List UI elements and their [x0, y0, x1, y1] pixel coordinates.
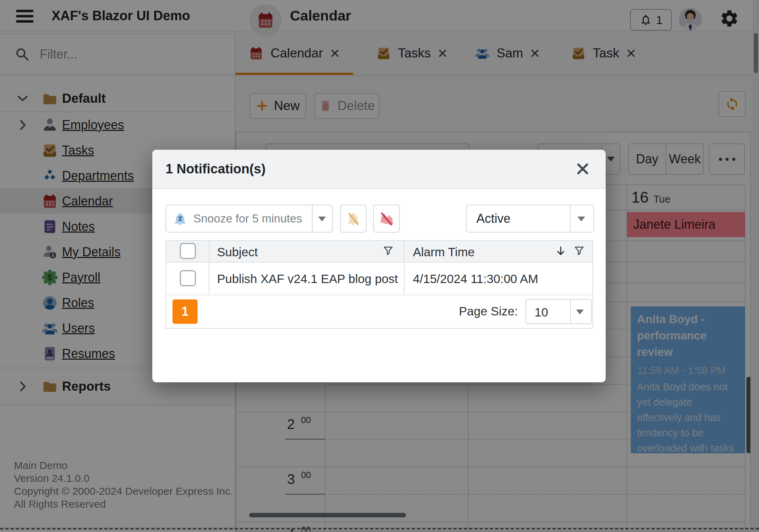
- page-size-label: Page Size:: [459, 304, 518, 318]
- column-header-subject[interactable]: Subject: [217, 245, 258, 259]
- dismiss-all-button[interactable]: [373, 205, 400, 233]
- snooze-split-button[interactable]: Snooze for 5 minutes: [166, 205, 333, 233]
- snooze-bell-icon: [172, 211, 188, 226]
- column-header-alarm-time[interactable]: Alarm Time: [413, 245, 475, 259]
- grid-header-row: Subject Alarm Time: [166, 241, 592, 263]
- cell-alarm-time: 4/15/2024 11:30:00 AM: [413, 272, 538, 286]
- dismiss-button[interactable]: [340, 205, 367, 233]
- dialog-title: 1 Notification(s): [166, 162, 266, 177]
- page-size-select[interactable]: 10: [526, 299, 592, 324]
- snooze-button-label: Snooze for 5 minutes: [193, 212, 302, 225]
- dialog-header: 1 Notification(s): [152, 150, 606, 189]
- page-number-button[interactable]: 1: [172, 299, 198, 324]
- chevron-down-icon[interactable]: [577, 217, 585, 221]
- notifications-dialog: 1 Notification(s) Snooze for 5 minutes: [152, 150, 606, 382]
- notifications-grid: Subject Alarm Time Publish XAF v24.1 EAP…: [166, 240, 593, 329]
- bell-slash-icon: [346, 211, 361, 226]
- status-filter-value: Active: [476, 211, 511, 226]
- filter-icon[interactable]: [573, 245, 585, 257]
- status-filter-select[interactable]: Active: [466, 205, 594, 233]
- grid-row[interactable]: Publish XAF v24.1 EAP blog post 4/15/202…: [166, 263, 592, 295]
- grid-pager: 1 Page Size: 10: [166, 295, 592, 328]
- app-window: XAF's Blazor UI Demo Calendar 1 Filter..…: [0, 0, 759, 532]
- sort-descending-icon[interactable]: [555, 245, 567, 257]
- chevron-down-icon[interactable]: [576, 310, 584, 314]
- cell-subject: Publish XAF v24.1 EAP blog post: [217, 272, 398, 286]
- chevron-down-icon[interactable]: [318, 217, 326, 221]
- select-all-checkbox[interactable]: [180, 243, 196, 259]
- close-icon[interactable]: [575, 161, 591, 177]
- page-size-value: 10: [535, 305, 548, 319]
- filter-icon[interactable]: [382, 245, 394, 257]
- row-checkbox[interactable]: [180, 270, 196, 286]
- bells-slash-icon: [379, 211, 394, 226]
